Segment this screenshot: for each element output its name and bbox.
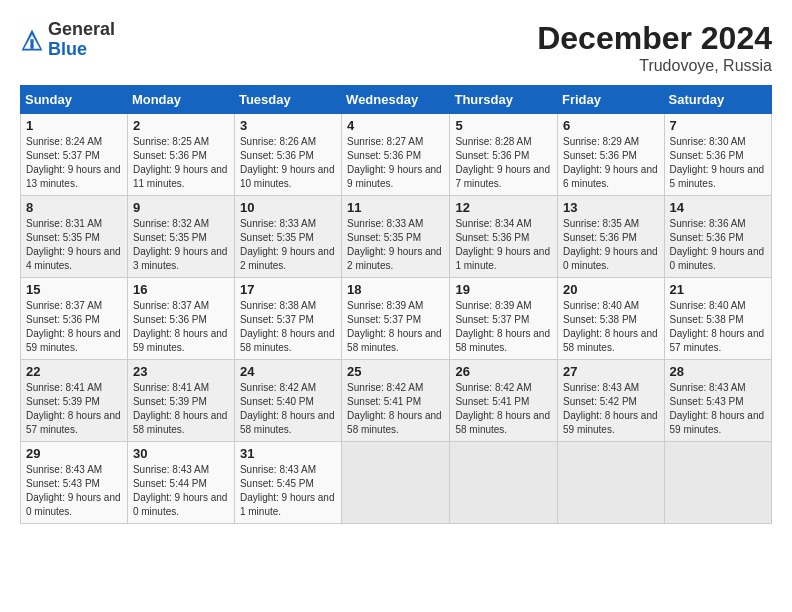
day-number: 16 xyxy=(133,282,229,297)
day-detail: Sunrise: 8:24 AM Sunset: 5:37 PM Dayligh… xyxy=(26,135,122,191)
day-detail: Sunrise: 8:35 AM Sunset: 5:36 PM Dayligh… xyxy=(563,217,659,273)
calendar-week-row: 15 Sunrise: 8:37 AM Sunset: 5:36 PM Dayl… xyxy=(21,278,772,360)
calendar-day-cell: 18 Sunrise: 8:39 AM Sunset: 5:37 PM Dayl… xyxy=(342,278,450,360)
calendar-day-cell xyxy=(558,442,665,524)
calendar-table: Sunday Monday Tuesday Wednesday Thursday… xyxy=(20,85,772,524)
day-number: 1 xyxy=(26,118,122,133)
day-detail: Sunrise: 8:43 AM Sunset: 5:42 PM Dayligh… xyxy=(563,381,659,437)
day-detail: Sunrise: 8:39 AM Sunset: 5:37 PM Dayligh… xyxy=(347,299,444,355)
day-number: 17 xyxy=(240,282,336,297)
title-block: December 2024 Trudovoye, Russia xyxy=(537,20,772,75)
day-detail: Sunrise: 8:33 AM Sunset: 5:35 PM Dayligh… xyxy=(240,217,336,273)
calendar-day-cell: 15 Sunrise: 8:37 AM Sunset: 5:36 PM Dayl… xyxy=(21,278,128,360)
day-number: 2 xyxy=(133,118,229,133)
day-number: 29 xyxy=(26,446,122,461)
day-number: 21 xyxy=(670,282,766,297)
logo-blue: Blue xyxy=(48,40,115,60)
calendar-day-cell: 4 Sunrise: 8:27 AM Sunset: 5:36 PM Dayli… xyxy=(342,114,450,196)
day-detail: Sunrise: 8:43 AM Sunset: 5:43 PM Dayligh… xyxy=(26,463,122,519)
day-detail: Sunrise: 8:29 AM Sunset: 5:36 PM Dayligh… xyxy=(563,135,659,191)
calendar-week-row: 29 Sunrise: 8:43 AM Sunset: 5:43 PM Dayl… xyxy=(21,442,772,524)
day-number: 26 xyxy=(455,364,552,379)
day-detail: Sunrise: 8:42 AM Sunset: 5:41 PM Dayligh… xyxy=(455,381,552,437)
day-number: 6 xyxy=(563,118,659,133)
col-wednesday: Wednesday xyxy=(342,86,450,114)
calendar-day-cell: 13 Sunrise: 8:35 AM Sunset: 5:36 PM Dayl… xyxy=(558,196,665,278)
logo-icon xyxy=(20,28,44,52)
calendar-week-row: 22 Sunrise: 8:41 AM Sunset: 5:39 PM Dayl… xyxy=(21,360,772,442)
calendar-day-cell: 7 Sunrise: 8:30 AM Sunset: 5:36 PM Dayli… xyxy=(664,114,771,196)
calendar-day-cell: 21 Sunrise: 8:40 AM Sunset: 5:38 PM Dayl… xyxy=(664,278,771,360)
calendar-day-cell: 25 Sunrise: 8:42 AM Sunset: 5:41 PM Dayl… xyxy=(342,360,450,442)
day-number: 5 xyxy=(455,118,552,133)
calendar-day-cell: 2 Sunrise: 8:25 AM Sunset: 5:36 PM Dayli… xyxy=(127,114,234,196)
calendar-day-cell xyxy=(342,442,450,524)
calendar-day-cell: 24 Sunrise: 8:42 AM Sunset: 5:40 PM Dayl… xyxy=(234,360,341,442)
calendar-header-row: Sunday Monday Tuesday Wednesday Thursday… xyxy=(21,86,772,114)
col-tuesday: Tuesday xyxy=(234,86,341,114)
day-detail: Sunrise: 8:43 AM Sunset: 5:43 PM Dayligh… xyxy=(670,381,766,437)
calendar-day-cell: 20 Sunrise: 8:40 AM Sunset: 5:38 PM Dayl… xyxy=(558,278,665,360)
calendar-day-cell: 6 Sunrise: 8:29 AM Sunset: 5:36 PM Dayli… xyxy=(558,114,665,196)
day-number: 27 xyxy=(563,364,659,379)
logo-text: General Blue xyxy=(48,20,115,60)
calendar-day-cell: 30 Sunrise: 8:43 AM Sunset: 5:44 PM Dayl… xyxy=(127,442,234,524)
calendar-day-cell: 31 Sunrise: 8:43 AM Sunset: 5:45 PM Dayl… xyxy=(234,442,341,524)
day-detail: Sunrise: 8:40 AM Sunset: 5:38 PM Dayligh… xyxy=(670,299,766,355)
day-number: 3 xyxy=(240,118,336,133)
calendar-day-cell: 8 Sunrise: 8:31 AM Sunset: 5:35 PM Dayli… xyxy=(21,196,128,278)
col-monday: Monday xyxy=(127,86,234,114)
day-number: 24 xyxy=(240,364,336,379)
col-friday: Friday xyxy=(558,86,665,114)
day-number: 13 xyxy=(563,200,659,215)
day-detail: Sunrise: 8:42 AM Sunset: 5:41 PM Dayligh… xyxy=(347,381,444,437)
calendar-day-cell: 14 Sunrise: 8:36 AM Sunset: 5:36 PM Dayl… xyxy=(664,196,771,278)
col-saturday: Saturday xyxy=(664,86,771,114)
day-number: 23 xyxy=(133,364,229,379)
calendar-day-cell: 27 Sunrise: 8:43 AM Sunset: 5:42 PM Dayl… xyxy=(558,360,665,442)
day-number: 7 xyxy=(670,118,766,133)
day-detail: Sunrise: 8:27 AM Sunset: 5:36 PM Dayligh… xyxy=(347,135,444,191)
day-number: 22 xyxy=(26,364,122,379)
calendar-day-cell: 23 Sunrise: 8:41 AM Sunset: 5:39 PM Dayl… xyxy=(127,360,234,442)
calendar-day-cell: 1 Sunrise: 8:24 AM Sunset: 5:37 PM Dayli… xyxy=(21,114,128,196)
day-detail: Sunrise: 8:37 AM Sunset: 5:36 PM Dayligh… xyxy=(26,299,122,355)
calendar-week-row: 8 Sunrise: 8:31 AM Sunset: 5:35 PM Dayli… xyxy=(21,196,772,278)
location-title: Trudovoye, Russia xyxy=(537,57,772,75)
day-number: 12 xyxy=(455,200,552,215)
calendar-day-cell: 10 Sunrise: 8:33 AM Sunset: 5:35 PM Dayl… xyxy=(234,196,341,278)
calendar-week-row: 1 Sunrise: 8:24 AM Sunset: 5:37 PM Dayli… xyxy=(21,114,772,196)
col-sunday: Sunday xyxy=(21,86,128,114)
day-detail: Sunrise: 8:41 AM Sunset: 5:39 PM Dayligh… xyxy=(133,381,229,437)
day-number: 20 xyxy=(563,282,659,297)
day-detail: Sunrise: 8:36 AM Sunset: 5:36 PM Dayligh… xyxy=(670,217,766,273)
calendar-day-cell: 17 Sunrise: 8:38 AM Sunset: 5:37 PM Dayl… xyxy=(234,278,341,360)
day-number: 31 xyxy=(240,446,336,461)
day-number: 18 xyxy=(347,282,444,297)
calendar-day-cell xyxy=(664,442,771,524)
day-detail: Sunrise: 8:31 AM Sunset: 5:35 PM Dayligh… xyxy=(26,217,122,273)
day-detail: Sunrise: 8:30 AM Sunset: 5:36 PM Dayligh… xyxy=(670,135,766,191)
calendar-day-cell: 28 Sunrise: 8:43 AM Sunset: 5:43 PM Dayl… xyxy=(664,360,771,442)
day-number: 30 xyxy=(133,446,229,461)
day-number: 28 xyxy=(670,364,766,379)
day-detail: Sunrise: 8:34 AM Sunset: 5:36 PM Dayligh… xyxy=(455,217,552,273)
calendar-day-cell: 5 Sunrise: 8:28 AM Sunset: 5:36 PM Dayli… xyxy=(450,114,558,196)
day-detail: Sunrise: 8:38 AM Sunset: 5:37 PM Dayligh… xyxy=(240,299,336,355)
calendar-day-cell: 22 Sunrise: 8:41 AM Sunset: 5:39 PM Dayl… xyxy=(21,360,128,442)
day-detail: Sunrise: 8:32 AM Sunset: 5:35 PM Dayligh… xyxy=(133,217,229,273)
calendar-day-cell: 29 Sunrise: 8:43 AM Sunset: 5:43 PM Dayl… xyxy=(21,442,128,524)
day-detail: Sunrise: 8:37 AM Sunset: 5:36 PM Dayligh… xyxy=(133,299,229,355)
logo-general: General xyxy=(48,20,115,40)
svg-rect-2 xyxy=(30,39,33,49)
day-number: 11 xyxy=(347,200,444,215)
calendar-day-cell: 11 Sunrise: 8:33 AM Sunset: 5:35 PM Dayl… xyxy=(342,196,450,278)
day-detail: Sunrise: 8:39 AM Sunset: 5:37 PM Dayligh… xyxy=(455,299,552,355)
month-year-title: December 2024 xyxy=(537,20,772,57)
day-detail: Sunrise: 8:41 AM Sunset: 5:39 PM Dayligh… xyxy=(26,381,122,437)
day-number: 15 xyxy=(26,282,122,297)
day-detail: Sunrise: 8:43 AM Sunset: 5:45 PM Dayligh… xyxy=(240,463,336,519)
day-number: 19 xyxy=(455,282,552,297)
day-number: 9 xyxy=(133,200,229,215)
calendar-day-cell: 26 Sunrise: 8:42 AM Sunset: 5:41 PM Dayl… xyxy=(450,360,558,442)
